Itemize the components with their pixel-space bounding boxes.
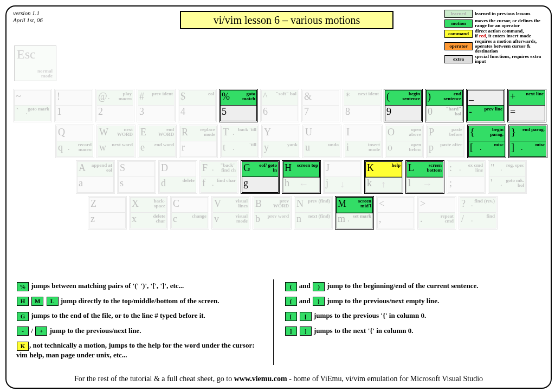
key-a: Aappend at eola [76,160,115,194]
key-x: :ex cmd line·; [447,160,486,194]
version-block: version 1.1 April 1st, 06 [13,10,43,24]
key-j: Jj↓ [323,160,362,194]
key-x: +next line= [507,89,546,122]
key-c: Ccchange [170,196,209,230]
legend-learned: learned [444,10,473,18]
version-date: April 1st, 06 [13,17,43,23]
key-f: F"back" find ch·ffind char· [199,160,238,194]
key-9: (begin sentence9 [384,89,423,122]
key-v: Vvisual linesvvisual mode [211,196,250,230]
key-q: Qqrecord macro· [55,125,94,158]
key-1: !1 [54,89,93,122]
key-l: Lscreen bottoml→ [405,160,444,194]
key-m: Mscreen mid'lmset mark· [335,196,374,230]
key-2: @play macro·2 [95,89,134,122]
key-n: Nprev (find)nnext (find) [294,196,333,230]
key-p: Ppaste beforeppaste after [426,125,465,158]
key-b: Bprev WORDbprev word [253,196,292,230]
key-s: Ss [117,160,156,194]
key-x: <, [376,196,415,230]
legend-motion: motion [444,19,473,28]
key-t: Tback 'till·t'till· [220,125,259,158]
legend-command: command [444,30,473,38]
key-x: _-prev line [466,89,505,122]
legend-extra: extra [444,55,473,63]
explain-left: % jumps between matching pairs of '(' ')… [16,279,273,365]
key-d: Dddelete [158,160,197,194]
explain-right: ( and ) jump to the beginning/end of the… [273,279,541,365]
key-3: #prev ident3 [137,89,176,122]
key-i: Iiinsert mode [344,125,383,158]
key-x: Xback- spacexdelete char [129,196,168,230]
key-w: Wnext WORDwnext word [96,125,135,158]
key-7: &7 [301,89,340,122]
key-g: Geof/ goto lng [241,160,280,194]
key-6: ^"soft" bol6 [260,89,299,122]
key-k: Khelpk↑ [364,160,403,194]
key-5: %goto match5 [219,89,258,122]
legend-operator: operator [444,42,473,50]
key-h: Hscreen toph← [282,160,321,194]
footer-link: www.viemu.com [234,375,287,383]
key-x: {begin parag.[misc· [467,125,506,158]
key-8: *next ident8 [343,89,382,122]
key-u: Uuundo [302,125,341,158]
version-text: version 1.1 [13,10,40,16]
key-y: Yyyank [261,125,300,158]
key-r: Rreplace moder [179,125,218,158]
key-x: ~`goto mark· [13,89,52,122]
key-x: ?find (rev.)·/find· [459,196,498,230]
legend: learnedlearned in previous lessons motio… [444,10,545,64]
page-title: vi/vim lesson 6 – various motions [180,11,393,29]
key-o: Oopen aboveoopen below [385,125,424,158]
key-4: $eol4 [178,89,217,122]
key-x: >.repeat cmd [417,196,456,230]
key-0: )end sentence0"hard" bol [425,89,464,122]
key-z: Zz [88,196,127,230]
key-e: Eend WORDeend word [138,125,177,158]
footer: For the rest of the tutorial & a full ch… [7,375,551,383]
esc-key: Esc normalmode [14,45,56,81]
page: version 1.1 April 1st, 06 vi/vim lesson … [5,5,552,389]
explanations: % jumps between matching pairs of '(' ')… [16,279,541,365]
key-x: }end parag.]misc· [508,125,547,158]
key-x: "reg. spec·'goto mk. bol· [488,160,527,194]
